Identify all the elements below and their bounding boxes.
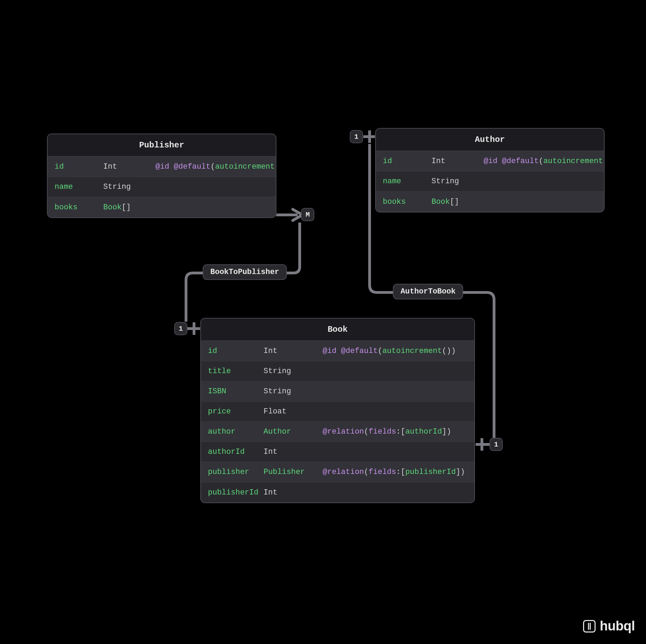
entity-book-row-publisher[interactable]: publisher Publisher @relation(fields:[pu… bbox=[201, 462, 474, 482]
entity-book-row-author[interactable]: author Author @relation(fields:[authorId… bbox=[201, 422, 474, 442]
field-attrs: @id @default(autoincrement()) bbox=[323, 347, 467, 355]
cardinality-book-right-1: 1 bbox=[490, 438, 503, 451]
entity-book-row-authorid[interactable]: authorId Int bbox=[201, 442, 474, 462]
field-type: Float bbox=[264, 407, 323, 416]
brand-icon bbox=[583, 620, 596, 633]
field-type: Author bbox=[264, 427, 323, 436]
entity-author-row-name[interactable]: name String bbox=[376, 171, 604, 192]
field-type: Int bbox=[264, 488, 323, 497]
field-type: Book[] bbox=[431, 198, 484, 206]
field-type: Int bbox=[431, 157, 484, 166]
entity-author-row-books[interactable]: books Book[] bbox=[376, 192, 604, 212]
field-attrs: @id @default(autoincrement()) bbox=[155, 162, 276, 171]
entity-publisher[interactable]: Publisher id Int @id @default(autoincrem… bbox=[47, 134, 276, 218]
field-name: id bbox=[208, 347, 264, 355]
brand: hubql bbox=[583, 619, 635, 634]
field-attrs: @relation(fields:[publisherId]) bbox=[323, 468, 467, 476]
field-name: name bbox=[55, 183, 103, 191]
field-name: id bbox=[383, 157, 431, 166]
entity-publisher-row-name[interactable]: name String bbox=[48, 177, 276, 197]
field-type: String bbox=[103, 183, 155, 191]
entity-author[interactable]: Author id Int @id @default(autoincrement… bbox=[375, 128, 605, 212]
field-name: ISBN bbox=[208, 387, 264, 396]
field-type: Book[] bbox=[103, 203, 155, 212]
field-name: name bbox=[383, 177, 431, 186]
field-type: Int bbox=[264, 347, 323, 355]
entity-book[interactable]: Book id Int @id @default(autoincrement()… bbox=[200, 318, 475, 503]
cardinality-book-left-1: 1 bbox=[174, 322, 187, 335]
relation-label-booktopublisher: BookToPublisher bbox=[203, 264, 287, 280]
entity-publisher-title: Publisher bbox=[48, 134, 276, 157]
field-name: books bbox=[55, 203, 103, 212]
field-name: price bbox=[208, 407, 264, 416]
brand-text: hubql bbox=[600, 619, 635, 634]
entity-publisher-row-books[interactable]: books Book[] bbox=[48, 197, 276, 217]
field-name: authorId bbox=[208, 448, 264, 456]
entity-book-title: Book bbox=[201, 319, 474, 341]
field-type: Int bbox=[103, 162, 155, 171]
field-name: books bbox=[383, 198, 431, 206]
entity-publisher-row-id[interactable]: id Int @id @default(autoincrement()) bbox=[48, 157, 276, 177]
field-type: Publisher bbox=[264, 468, 323, 476]
cardinality-author-top-1: 1 bbox=[350, 130, 363, 143]
field-attrs: @id @default(autoincrement()) bbox=[484, 157, 605, 166]
entity-book-row-title[interactable]: title String bbox=[201, 361, 474, 381]
field-attrs: @relation(fields:[authorId]) bbox=[323, 427, 467, 436]
field-type: String bbox=[264, 367, 323, 376]
field-name: publisher bbox=[208, 468, 264, 476]
edge-publisher-books-to-M bbox=[276, 209, 302, 220]
field-name: id bbox=[55, 162, 103, 171]
entity-author-row-id[interactable]: id Int @id @default(autoincrement()) bbox=[376, 151, 604, 171]
relation-label-authortobook: AuthorToBook bbox=[393, 284, 463, 299]
field-type: Int bbox=[264, 448, 323, 456]
entity-book-row-id[interactable]: id Int @id @default(autoincrement()) bbox=[201, 341, 474, 361]
field-type: String bbox=[264, 387, 323, 396]
field-name: author bbox=[208, 427, 264, 436]
cardinality-publisher-M: M bbox=[301, 208, 314, 221]
diagram-canvas[interactable]: Publisher id Int @id @default(autoincrem… bbox=[0, 0, 646, 644]
field-name: title bbox=[208, 367, 264, 376]
entity-author-title: Author bbox=[376, 129, 604, 151]
field-type: String bbox=[431, 177, 484, 186]
entity-book-row-publisherid[interactable]: publisherId Int bbox=[201, 482, 474, 502]
field-name: publisherId bbox=[208, 488, 264, 497]
entity-book-row-price[interactable]: price Float bbox=[201, 402, 474, 422]
entity-book-row-isbn[interactable]: ISBN String bbox=[201, 381, 474, 402]
